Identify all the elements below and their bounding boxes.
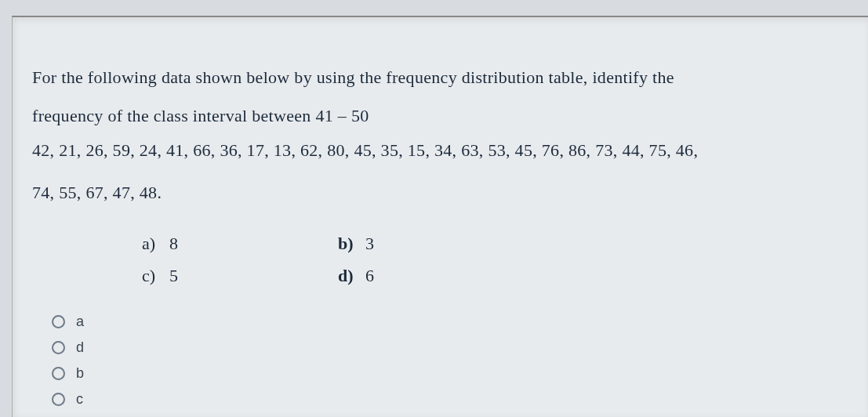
radio-circle-icon: [52, 315, 65, 328]
radio-circle-icon: [52, 341, 65, 354]
answer-d-label: d): [338, 266, 365, 286]
radio-option-c[interactable]: c: [52, 391, 868, 408]
radio-label-b: b: [76, 365, 84, 382]
answer-a-value: 8: [169, 234, 178, 254]
radio-option-d[interactable]: d: [52, 339, 868, 356]
answers-grid: a) 8 b) 3 c) 5 d) 6: [13, 234, 868, 286]
question-data-line-2: 74, 55, 67, 47, 48.: [32, 176, 848, 210]
answer-b-label: b): [338, 234, 365, 254]
radio-option-b[interactable]: b: [52, 365, 868, 382]
question-block: For the following data shown below by us…: [13, 60, 868, 210]
answer-c-label: c): [142, 266, 169, 286]
answer-c: c) 5: [142, 266, 338, 286]
question-data-line-1: 42, 21, 26, 59, 24, 41, 66, 36, 17, 13, …: [32, 133, 848, 168]
answer-d: d) 6: [338, 266, 534, 286]
radio-option-a[interactable]: a: [52, 314, 868, 330]
question-paper: For the following data shown below by us…: [12, 16, 868, 417]
radio-label-c: c: [76, 391, 83, 408]
answer-a-label: a): [142, 234, 169, 254]
radio-label-d: d: [76, 339, 84, 356]
radio-label-a: a: [76, 314, 84, 330]
answer-b: b) 3: [338, 234, 534, 254]
question-line-1: For the following data shown below by us…: [32, 60, 848, 95]
answer-a: a) 8: [142, 234, 338, 254]
question-line-2: frequency of the class interval between …: [32, 99, 848, 133]
answer-d-value: 6: [365, 266, 374, 286]
answer-b-value: 3: [365, 234, 374, 254]
radio-options-list: a d b c: [13, 314, 868, 408]
radio-circle-icon: [52, 367, 65, 380]
answer-c-value: 5: [169, 266, 178, 286]
radio-circle-icon: [52, 393, 65, 406]
